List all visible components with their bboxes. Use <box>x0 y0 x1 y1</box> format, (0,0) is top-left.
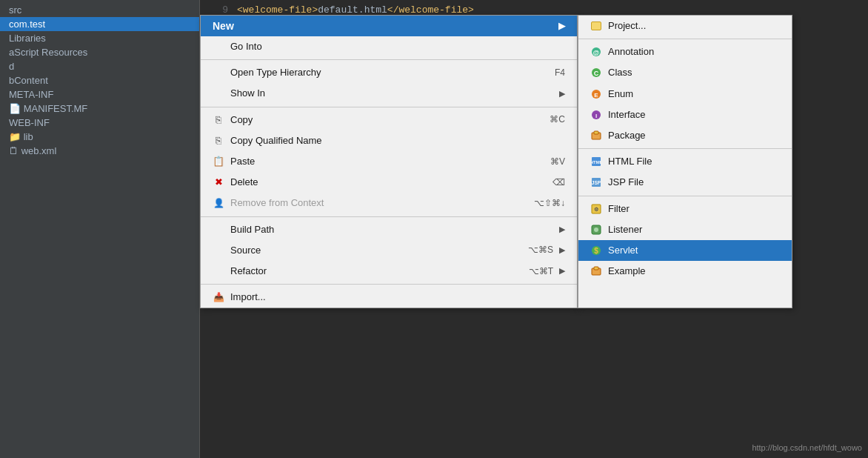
watermark: http://blog.csdn.net/hfdt_wowo <box>752 443 862 452</box>
filter-icon: ⚙ <box>590 203 602 215</box>
source-icon <box>213 245 224 256</box>
menu-item-build-path[interactable]: Build Path ▶ <box>201 219 577 240</box>
folder-icon: 📁 <box>9 131 21 142</box>
build-path-icon <box>213 224 224 236</box>
submenu-item-label: Project... <box>608 19 646 33</box>
import-icon: 📥 <box>213 291 224 303</box>
submenu-item-enum[interactable]: E Enum <box>578 84 792 104</box>
svg-text:C: C <box>594 70 599 77</box>
sidebar-item-src[interactable]: src <box>0 3 199 17</box>
svg-text:$: $ <box>594 247 598 255</box>
menu-item-shortcut: ⌥⌘T <box>529 265 553 278</box>
menu-item-open-type-hierarchy[interactable]: Open Type Hierarchy F4 <box>201 62 577 83</box>
interface-icon: I <box>590 109 602 121</box>
refactor-icon <box>213 265 224 277</box>
remove-icon: 👤 <box>213 197 224 209</box>
class-icon: C <box>590 67 602 79</box>
submenu-arrow-icon: ▶ <box>559 245 565 256</box>
sidebar-item-bcontent[interactable]: bContent <box>0 73 199 87</box>
menu-item-label: Copy <box>230 113 253 127</box>
sidebar-item-com-test[interactable]: com.test <box>0 17 199 31</box>
context-menu-title: New <box>213 20 234 32</box>
submenu-arrow-icon: ▶ <box>559 224 565 235</box>
submenu-arrow-icon: ▶ <box>559 265 565 276</box>
svg-rect-9 <box>594 131 598 134</box>
menu-item-go-into[interactable]: Go Into <box>201 36 577 57</box>
code-tag-close: </welcome-file> <box>387 4 474 16</box>
svg-text:JSP: JSP <box>592 180 601 185</box>
submenu-item-listener[interactable]: Listener <box>578 219 792 240</box>
submenu-item-label: Package <box>608 129 646 142</box>
submenu-item-package[interactable]: Package <box>578 125 792 146</box>
sidebar-item-d[interactable]: d <box>0 59 199 73</box>
enum-icon: E <box>590 88 602 100</box>
svg-text:HTML: HTML <box>591 160 601 165</box>
xml-icon: 🗒 <box>9 145 19 156</box>
menu-item-shortcut: ⌘V <box>550 156 565 168</box>
submenu-item-annotation[interactable]: @ Annotation <box>578 42 792 62</box>
menu-item-copy-qualified[interactable]: ⎘ Copy Qualified Name <box>201 130 577 151</box>
sidebar-item-meta-inf[interactable]: META-INF <box>0 87 199 102</box>
menu-item-label: Import... <box>230 291 266 304</box>
submenu-item-label: Class <box>608 66 632 79</box>
submenu-item-example[interactable]: Example <box>578 261 792 282</box>
sidebar-item-javascript[interactable]: aScript Resources <box>0 45 199 59</box>
sidebar-item-label: lib <box>24 131 33 142</box>
submenu-item-interface[interactable]: I Interface <box>578 104 792 125</box>
code-value: default.html <box>318 4 387 16</box>
svg-text:⚙: ⚙ <box>594 207 598 212</box>
menu-item-shortcut: ⌥⌘S <box>528 244 553 256</box>
menu-item-show-in[interactable]: Show In ▶ <box>201 83 577 104</box>
menu-item-paste[interactable]: 📋 Paste ⌘V <box>201 151 577 172</box>
submenu-item-label: Interface <box>608 108 646 122</box>
html-file-icon: HTML <box>590 156 602 167</box>
sidebar-item-label: src <box>9 4 21 16</box>
menu-item-label: Build Path <box>230 223 274 236</box>
project-sidebar: src com.test Libraries aScript Resources… <box>0 0 200 458</box>
submenu-item-html-file[interactable]: HTML HTML File <box>578 151 792 172</box>
menu-item-label: Copy Qualified Name <box>230 134 322 147</box>
menu-item-label: Open Type Hierarchy <box>230 66 321 79</box>
menu-item-delete[interactable]: ✖ Delete ⌫ <box>201 172 577 193</box>
submenu-arrow-icon: ▶ <box>558 21 565 31</box>
sidebar-item-lib[interactable]: 📁 lib <box>0 130 199 144</box>
submenu-item-project[interactable]: Project... <box>578 16 792 36</box>
copy-qualified-icon: ⎘ <box>213 135 224 147</box>
menu-item-source[interactable]: Source ⌥⌘S ▶ <box>201 240 577 261</box>
menu-item-label: Delete <box>230 176 258 189</box>
submenu-item-label: Enum <box>608 87 633 101</box>
annotation-icon: @ <box>590 46 602 58</box>
project-icon <box>590 20 602 32</box>
menu-item-label: Source <box>230 244 261 257</box>
svg-text:E: E <box>594 92 598 99</box>
watermark-text: http://blog.csdn.net/hfdt_wowo <box>752 443 862 452</box>
menu-item-remove-context[interactable]: 👤 Remove from Context ⌥⇧⌘↓ <box>201 193 577 213</box>
go-into-icon <box>213 41 224 53</box>
menu-item-shortcut: ⌘C <box>550 113 565 126</box>
sidebar-item-libraries[interactable]: Libraries <box>0 31 199 45</box>
submenu-item-jsp-file[interactable]: JSP JSP File <box>578 172 792 193</box>
submenu-item-class[interactable]: C Class <box>578 62 792 83</box>
hierarchy-icon <box>213 67 224 79</box>
menu-item-label: Show In <box>230 87 265 100</box>
jsp-file-icon: JSP <box>590 176 602 188</box>
sidebar-item-web-inf[interactable]: WEB-INF <box>0 116 199 130</box>
submenu-separator <box>578 148 792 149</box>
svg-point-17 <box>594 228 598 232</box>
sidebar-item-web-xml[interactable]: 🗒 web.xml <box>0 144 199 158</box>
menu-item-copy[interactable]: ⎘ Copy ⌘C <box>201 110 577 130</box>
delete-icon: ✖ <box>213 176 224 188</box>
submenu-item-servlet[interactable]: $ Servlet <box>578 240 792 261</box>
paste-icon: 📋 <box>213 156 224 167</box>
menu-separator <box>201 107 577 107</box>
menu-item-refactor[interactable]: Refactor ⌥⌘T ▶ <box>201 261 577 282</box>
menu-item-shortcut: F4 <box>555 67 565 79</box>
sidebar-item-manifest[interactable]: 📄 MANIFEST.MF <box>0 102 199 116</box>
new-submenu: Project... @ Annotation C Class <box>578 15 792 308</box>
show-in-icon <box>213 87 224 99</box>
sidebar-item-label: com.test <box>9 19 45 30</box>
menu-item-import[interactable]: 📥 Import... <box>201 287 577 308</box>
submenu-item-filter[interactable]: ⚙ Filter <box>578 199 792 219</box>
context-menu: New ▶ Go Into Open Type Hierarchy F4 Sho… <box>200 15 578 308</box>
submenu-item-label: Annotation <box>608 45 654 59</box>
